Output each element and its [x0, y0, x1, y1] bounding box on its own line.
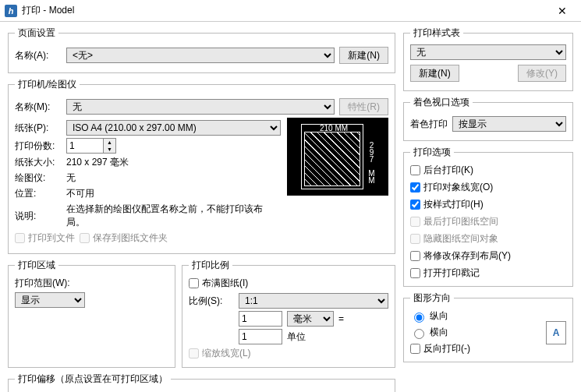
- print-to-file-checkbox[interactable]: 打印到文件: [15, 231, 75, 245]
- printer-legend: 打印机/绘图仪: [15, 78, 80, 91]
- orientation-group: 图形方向 纵向 横向 反向打印(-) A: [403, 291, 573, 362]
- plot-with-style-checkbox[interactable]: 按样式打印(H): [410, 198, 566, 211]
- plot-scale-group: 打印比例 布满图纸(I) 比例(S): 1:1 毫米 = 单位 缩放线宽: [182, 259, 395, 368]
- app-icon: h: [5, 5, 17, 17]
- plot-style-select[interactable]: 无: [410, 44, 566, 60]
- scale-ratio-select[interactable]: 1:1: [239, 293, 388, 309]
- orientation-legend: 图形方向: [410, 291, 454, 305]
- window-title: 打印 - Model: [22, 4, 548, 17]
- scale-unit-label: 单位: [287, 330, 306, 344]
- plot-offset-legend: 打印偏移（原点设置在可打印区域）: [15, 373, 171, 386]
- scale-unit-select[interactable]: 毫米: [287, 311, 334, 327]
- plot-offset-group: 打印偏移（原点设置在可打印区域） X: 毫米 Y: 毫米 居中打印(C): [8, 373, 395, 392]
- shaded-viewport-group: 着色视口选项 着色打印 按显示: [403, 96, 573, 141]
- plot-style-group: 打印样式表 无 新建(N) 修改(Y): [403, 26, 573, 91]
- title-bar: h 打印 - Model ✕: [0, 0, 581, 22]
- paper-label: 纸张(P):: [15, 122, 62, 135]
- object-lineweight-checkbox[interactable]: 打印对象线宽(O): [410, 181, 566, 194]
- copies-spinner[interactable]: ▲▼: [66, 138, 116, 154]
- desc-value: 在选择新的绘图仪配置名称之前，不能打印该布局。: [66, 203, 281, 229]
- plot-style-legend: 打印样式表: [410, 26, 463, 40]
- close-icon[interactable]: ✕: [548, 0, 576, 22]
- reverse-plot-checkbox[interactable]: 反向打印(-): [410, 342, 470, 355]
- printer-name-label: 名称(M):: [15, 101, 62, 114]
- page-new-button[interactable]: 新建(N): [339, 47, 388, 64]
- save-to-layout-checkbox[interactable]: 将修改保存到布局(Y): [410, 249, 566, 263]
- paper-size-value: 210 x 297 毫米: [66, 156, 129, 169]
- save-to-sheet-checkbox[interactable]: 保存到图纸文件夹: [80, 231, 168, 245]
- plot-stamp-checkbox[interactable]: 打开打印戳记: [410, 267, 566, 280]
- scale-equals: =: [338, 313, 344, 324]
- paper-size-label: 纸张大小:: [15, 156, 62, 169]
- plot-options-legend: 打印选项: [410, 146, 454, 159]
- page-setup-group: 页面设置 名称(A): <无> 新建(N): [8, 26, 395, 73]
- portrait-radio[interactable]: 纵向: [410, 309, 470, 323]
- plot-range-select[interactable]: 显示: [15, 292, 85, 308]
- plot-options-group: 打印选项 后台打印(K) 打印对象线宽(O) 按样式打印(H) 最后打印图纸空间…: [403, 146, 573, 287]
- scale-ratio-label: 比例(S):: [189, 295, 234, 308]
- plot-range-label: 打印范围(W):: [15, 277, 168, 290]
- scale-lineweight-checkbox[interactable]: 缩放线宽(L): [189, 347, 251, 360]
- plot-area-legend: 打印区域: [15, 259, 58, 272]
- location-value: 不可用: [66, 187, 94, 200]
- fit-to-paper-checkbox[interactable]: 布满图纸(I): [189, 277, 248, 290]
- paper-preview: 210 MM 297 MM: [287, 118, 388, 196]
- hide-paperspace-checkbox[interactable]: 隐藏图纸空间对象: [410, 232, 566, 245]
- style-edit-button[interactable]: 修改(Y): [518, 65, 566, 82]
- copies-input[interactable]: [66, 138, 104, 154]
- printer-group: 打印机/绘图仪 名称(M): 无 特性(R) 纸张(P): ISO A4 (21…: [8, 78, 395, 254]
- location-label: 位置:: [15, 187, 62, 200]
- shade-plot-label: 着色打印: [410, 118, 448, 131]
- orientation-icon: A: [546, 321, 566, 344]
- desc-label: 说明:: [15, 210, 62, 223]
- scale-numerator-input[interactable]: [239, 311, 282, 327]
- spinner-up-icon[interactable]: ▲: [104, 139, 115, 146]
- page-name-select[interactable]: <无>: [66, 48, 335, 63]
- copies-label: 打印份数:: [15, 139, 62, 153]
- shade-plot-select[interactable]: 按显示: [452, 116, 566, 132]
- landscape-radio[interactable]: 横向: [410, 326, 470, 339]
- plotter-value: 无: [66, 171, 76, 185]
- page-name-label: 名称(A):: [15, 49, 62, 62]
- plot-scale-legend: 打印比例: [189, 259, 232, 272]
- printer-props-button[interactable]: 特性(R): [339, 98, 388, 115]
- shaded-viewport-legend: 着色视口选项: [410, 96, 473, 109]
- background-plot-checkbox[interactable]: 后台打印(K): [410, 164, 566, 177]
- spinner-down-icon[interactable]: ▼: [104, 146, 115, 153]
- page-setup-legend: 页面设置: [15, 26, 58, 40]
- scale-denominator-input[interactable]: [239, 329, 282, 344]
- preview-height-label: 297 MM: [367, 141, 376, 183]
- plot-area-group: 打印区域 打印范围(W): 显示: [8, 259, 175, 368]
- paper-select[interactable]: ISO A4 (210.00 x 297.00 MM): [66, 120, 281, 136]
- printer-name-select[interactable]: 无: [66, 99, 335, 115]
- paperspace-last-checkbox[interactable]: 最后打印图纸空间: [410, 215, 566, 228]
- style-new-button[interactable]: 新建(N): [410, 65, 459, 82]
- plotter-label: 绘图仪:: [15, 171, 62, 185]
